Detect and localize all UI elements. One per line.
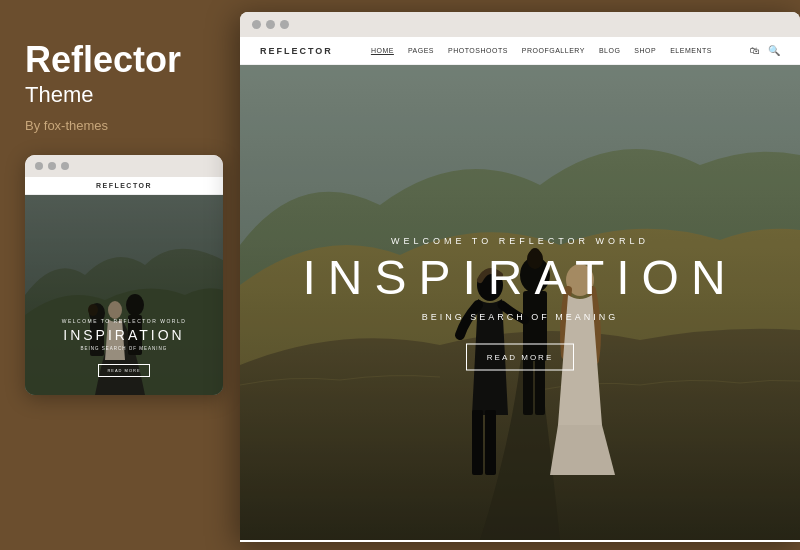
browser-dot-1 xyxy=(252,20,261,29)
browser-titlebar xyxy=(240,12,800,37)
nav-shop[interactable]: SHOP xyxy=(634,47,656,54)
mobile-hero-content: WELCOME TO REFLECTOR WORLD INSPIRATION B… xyxy=(25,318,223,377)
mobile-tagline: BEING SEARCH OF MEANING xyxy=(25,346,223,351)
nav-elements[interactable]: ELEMENTS xyxy=(670,47,712,54)
hero-content: WELCOME TO REFLECTOR WORLD INSPIRATION B… xyxy=(240,235,800,370)
mobile-nav: REFLECTOR xyxy=(25,177,223,195)
cart-icon[interactable]: 🛍 xyxy=(750,45,760,56)
search-icon[interactable]: 🔍 xyxy=(768,45,780,56)
mobile-mockup: REFLECTOR xyxy=(25,155,223,395)
browser-brand: REFLECTOR xyxy=(260,46,333,56)
mobile-dot-3 xyxy=(61,162,69,170)
browser-dot-2 xyxy=(266,20,275,29)
mobile-headline: INSPIRATION xyxy=(25,327,223,343)
nav-home[interactable]: HOME xyxy=(371,47,394,54)
browser-mockup: REFLECTOR HOME PAGES PHOTOSHOOTS PROOFGA… xyxy=(240,12,800,542)
mobile-dot-2 xyxy=(48,162,56,170)
theme-author: By fox-themes xyxy=(25,118,220,133)
theme-title: Reflector Theme xyxy=(25,40,220,108)
nav-pages[interactable]: PAGES xyxy=(408,47,434,54)
hero-cta-button[interactable]: READ MORE xyxy=(466,343,574,370)
mobile-welcome: WELCOME TO REFLECTOR WORLD xyxy=(25,318,223,324)
mobile-dot-1 xyxy=(35,162,43,170)
mobile-hero: WELCOME TO REFLECTOR WORLD INSPIRATION B… xyxy=(25,195,223,395)
nav-icons: 🛍 🔍 xyxy=(750,45,780,56)
mobile-titlebar xyxy=(25,155,223,177)
hero-tagline: BEING SEARCH OF MEANING xyxy=(240,311,800,321)
nav-links: HOME PAGES PHOTOSHOOTS PROOFGALLERY BLOG… xyxy=(371,47,712,54)
mobile-cta-button[interactable]: READ MORE xyxy=(98,364,149,377)
nav-proofgallery[interactable]: PROOFGALLERY xyxy=(522,47,585,54)
hero-headline: INSPIRATION xyxy=(240,253,800,301)
browser-dot-3 xyxy=(280,20,289,29)
browser-hero: WELCOME TO REFLECTOR WORLD INSPIRATION B… xyxy=(240,65,800,540)
hero-welcome: WELCOME TO REFLECTOR WORLD xyxy=(240,235,800,245)
mobile-brand: REFLECTOR xyxy=(96,182,152,189)
browser-nav: REFLECTOR HOME PAGES PHOTOSHOOTS PROOFGA… xyxy=(240,37,800,65)
nav-blog[interactable]: BLOG xyxy=(599,47,620,54)
nav-photoshoots[interactable]: PHOTOSHOOTS xyxy=(448,47,508,54)
left-panel: Reflector Theme By fox-themes REFLECTOR xyxy=(0,0,245,550)
